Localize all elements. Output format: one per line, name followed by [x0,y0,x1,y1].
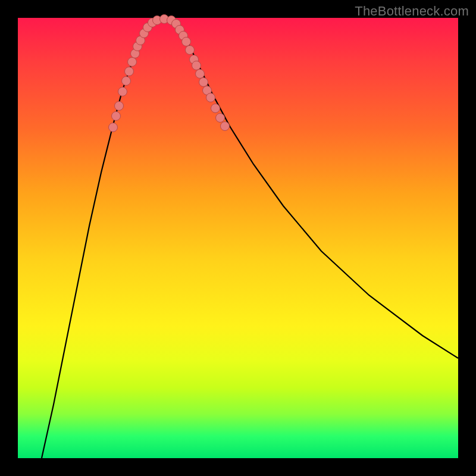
data-marker [199,78,208,87]
data-marker [216,114,225,123]
data-marker [196,70,205,79]
data-marker [182,37,191,46]
data-marker [206,93,215,102]
chart-frame: TheBottleneck.com [0,0,476,476]
marker-layer [109,15,230,132]
watermark-text: TheBottleneck.com [355,4,469,19]
data-marker [118,87,127,96]
bottleneck-curve [42,19,458,458]
data-marker [192,61,201,70]
data-marker [125,67,134,76]
curve-svg [18,18,458,458]
data-marker [122,77,131,86]
data-marker [109,123,118,132]
data-marker [186,46,195,55]
data-marker [221,122,230,131]
data-marker [128,58,137,67]
data-marker [115,102,124,111]
plot-area [18,18,458,458]
data-marker [211,104,220,113]
data-marker [112,112,121,121]
